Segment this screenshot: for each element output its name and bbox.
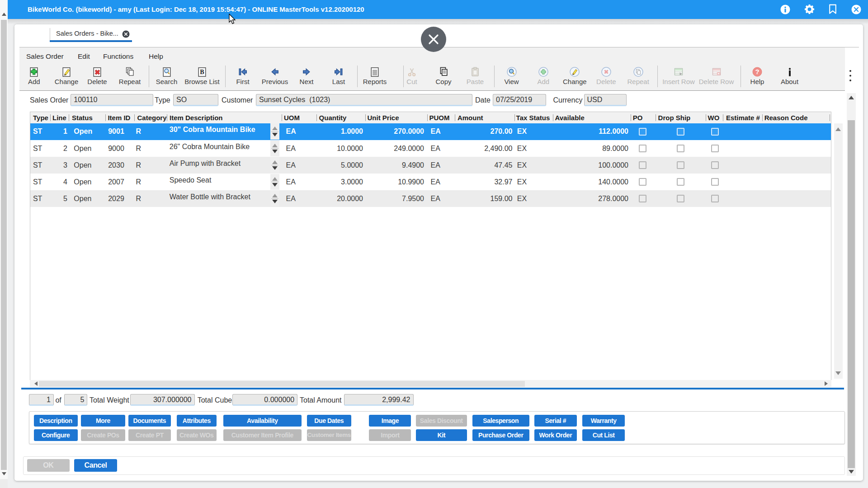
svg-text:B: B [200,69,204,75]
svg-text:?: ? [755,68,759,75]
